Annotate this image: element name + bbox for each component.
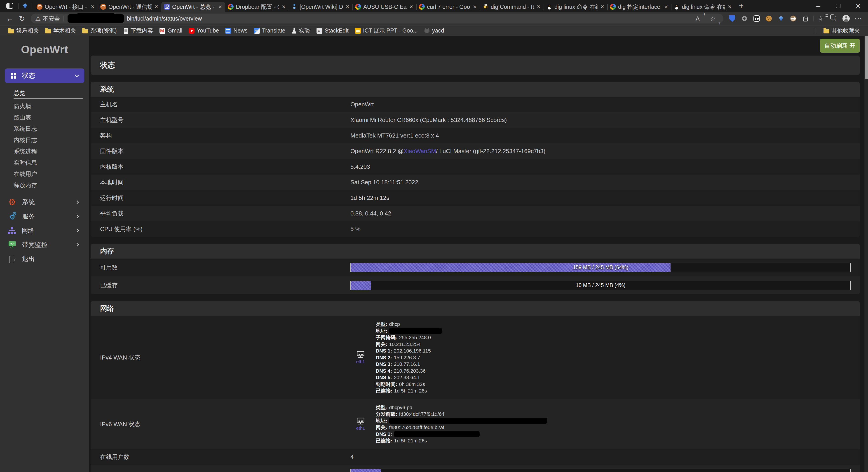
bookmark-item[interactable]: yacd <box>421 27 447 34</box>
browser-window-icon[interactable] <box>6 3 13 9</box>
sidebar-subitem[interactable]: 内核日志 <box>13 134 84 146</box>
tab-close-icon[interactable] <box>664 4 668 10</box>
cookie-extension-icon[interactable] <box>763 12 775 25</box>
sidebar-subitem[interactable]: 防火墙 <box>13 100 84 112</box>
url-text[interactable]: -bin/luci/admin/status/overview <box>125 15 693 22</box>
sidebar-subitem[interactable]: 路由表 <box>13 112 84 123</box>
bookmark-item[interactable]: 实验 <box>288 27 313 34</box>
partial-row <box>91 465 860 472</box>
bookmark-label: 实验 <box>299 27 310 34</box>
not-secure-warning-icon[interactable] <box>35 15 41 22</box>
detail-line: DNS 1: <box>376 431 547 438</box>
sidebar-subitem[interactable]: 总览 <box>13 88 83 99</box>
tab-favicon <box>164 4 170 10</box>
tab-close-icon[interactable] <box>536 4 541 10</box>
tab-close-icon[interactable] <box>90 4 95 10</box>
detail-value: fd30:4dcf:77f9:1::/64 <box>399 411 444 417</box>
balloon-extension-icon[interactable] <box>775 12 787 25</box>
browser-tab[interactable]: Dropbear 配置 - Google 搜 <box>225 2 289 12</box>
tab-close-icon[interactable] <box>154 4 159 10</box>
browser-menu-icon[interactable] <box>852 12 864 25</box>
tab-close-icon[interactable] <box>409 4 413 10</box>
sidebar-subitem[interactable]: 实时信息 <box>13 157 84 168</box>
sidebar-subitem-label: 总览 <box>13 89 25 97</box>
scrollbar-thumb[interactable] <box>865 36 868 79</box>
back-button[interactable] <box>4 12 16 25</box>
browser-tab[interactable]: OpenWrt - 总览 - LuCI <box>161 2 225 12</box>
tab-close-icon[interactable] <box>218 4 222 10</box>
add-bookmark-star-icon[interactable] <box>707 12 719 25</box>
browser-tab[interactable]: AUSU USB-C Easy Charge <box>352 2 416 12</box>
sidebar-subitem[interactable]: 在线用户 <box>13 168 84 180</box>
read-aloud-icon[interactable] <box>693 12 705 25</box>
address-bar[interactable]: 不安全 -bin/luci/admin/status/overview <box>31 13 723 24</box>
bookmark-item[interactable]: 下载内容 <box>120 27 156 34</box>
sidebar-item[interactable]: 带宽监控 <box>5 238 84 252</box>
interface-name[interactable]: eth1 <box>356 359 365 364</box>
bookmark-item[interactable]: 娱乐相关 <box>5 27 42 34</box>
sidebar-subitem[interactable]: 系统进程 <box>13 146 84 157</box>
sidebar-item-label: 网络 <box>22 226 34 235</box>
ring-extension-icon[interactable] <box>738 12 750 25</box>
browser-tab[interactable]: curl 7 error - Google 搜索 <box>416 2 480 12</box>
collections-icon[interactable] <box>828 12 840 25</box>
tab-close-icon[interactable] <box>727 4 732 10</box>
profile-avatar[interactable] <box>840 12 852 25</box>
password-shield-extension-icon[interactable] <box>726 12 738 25</box>
sidebar-subitem[interactable]: 系统日志 <box>13 123 84 134</box>
bookmark-label: ICT 展示 PPT - Goo... <box>363 27 418 34</box>
bookmark-item[interactable]: StackEdit <box>313 27 352 34</box>
new-tab-button[interactable] <box>736 1 746 10</box>
browser-tab[interactable]: dig linux 命令 在线中文手 <box>544 2 607 12</box>
sidebar-item-label: 系统 <box>22 198 35 207</box>
page-scrollbar[interactable] <box>864 36 868 472</box>
monkey-extension-icon[interactable] <box>787 12 799 25</box>
browser-tab[interactable]: OpenWrt - 通信规则 - LuC <box>98 2 161 12</box>
browser-tab[interactable]: dig linux 命令 在线中文手 <box>671 2 735 12</box>
interface-name[interactable]: eth1 <box>356 426 365 431</box>
browser-tab[interactable]: [OpenWrt Wiki] Dropbear <box>289 2 352 12</box>
browser-tab[interactable]: dig 指定interface - Googl <box>607 2 671 12</box>
tab-title: dig linux 命令 在线中文手 <box>554 3 598 11</box>
divider <box>63 15 64 22</box>
extensions-puzzle-icon[interactable] <box>799 12 811 25</box>
partial-progressbar <box>350 469 851 472</box>
browser-tab[interactable]: OpenWrt - 接口 - LuCI <box>34 2 98 12</box>
other-bookmarks[interactable]: 其他收藏夹 <box>820 27 863 34</box>
tab-close-icon[interactable] <box>281 4 286 10</box>
bookmark-item[interactable]: ICT 展示 PPT - Goo... <box>352 27 421 34</box>
maximize-button[interactable] <box>828 0 848 12</box>
sidebar-item[interactable]: 系统 <box>5 195 84 209</box>
bookmark-item[interactable]: Gmail <box>156 27 185 34</box>
pinned-tab-balloon-icon[interactable] <box>23 3 28 8</box>
minimize-button[interactable] <box>808 0 828 12</box>
auto-refresh-button[interactable]: 自动刷新 开 <box>820 39 860 53</box>
tampermonkey-extension-icon[interactable] <box>750 12 763 25</box>
ethernet-device: eth1 <box>350 351 371 364</box>
sidebar-subitem[interactable]: 释放内存 <box>13 180 84 191</box>
favorites-list-icon[interactable] <box>815 12 828 25</box>
detail-label: 分发前缀: <box>376 411 397 417</box>
tab-close-icon[interactable] <box>600 4 604 10</box>
sidebar-item[interactable]: 服务 <box>5 209 84 223</box>
tab-close-icon[interactable] <box>345 4 350 10</box>
bookmark-item[interactable]: Translate <box>251 27 288 34</box>
firmware-author-link[interactable]: XiaoWanSM <box>403 148 436 155</box>
sidebar-subitem-label: 路由表 <box>13 114 31 122</box>
sidebar-group-status[interactable]: 状态 <box>5 68 84 83</box>
tab-close-icon[interactable] <box>473 4 477 10</box>
browser-tab[interactable]: dig Command - IBM Docu <box>480 2 544 12</box>
bookmark-item[interactable]: YouTube <box>185 27 222 34</box>
close-button[interactable] <box>848 0 868 12</box>
reload-button[interactable] <box>16 12 28 25</box>
sidebar-item[interactable]: 退出 <box>5 252 84 266</box>
bookmark-item[interactable]: News <box>222 27 251 34</box>
sidebar-item[interactable]: 网络 <box>5 223 84 238</box>
progressbar-label: 159 MB / 245 MB (64%) <box>351 263 850 272</box>
bookmark-item[interactable]: 学术相关 <box>42 27 79 34</box>
security-label[interactable]: 不安全 <box>43 15 60 22</box>
sidebar-item-icon <box>8 241 16 248</box>
bookmark-icon <box>292 28 297 34</box>
bookmark-item[interactable]: 杂项(资源) <box>79 27 120 34</box>
detail-value: 159.226.8.7 <box>394 354 420 361</box>
